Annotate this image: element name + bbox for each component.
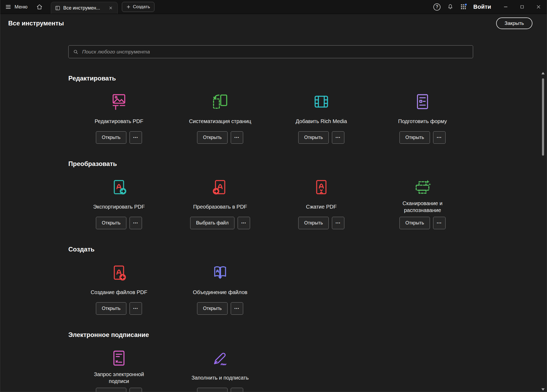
help-button[interactable]: ?: [430, 0, 444, 14]
tool-actions: Открыть •••: [197, 131, 243, 144]
hamburger-icon: [5, 4, 11, 10]
open-button[interactable]: Открыть: [96, 131, 126, 144]
create-pdf-icon: [110, 263, 128, 282]
scroll-up-arrow-icon[interactable]: [541, 72, 545, 74]
maximize-icon: [520, 4, 524, 9]
choose-file-button[interactable]: Выбрать файл: [190, 217, 234, 229]
open-button[interactable]: Открыть: [298, 131, 329, 144]
content: Редактировать Редактировать PDF Открыть: [68, 45, 473, 392]
search-input[interactable]: [82, 49, 469, 55]
app-grid-icon: [460, 3, 467, 10]
more-options-button[interactable]: •••: [130, 217, 142, 229]
search-icon: [73, 49, 79, 55]
create-button[interactable]: Создать: [122, 2, 155, 12]
convert-to-pdf-icon: [211, 178, 229, 197]
ellipsis-icon: •••: [336, 136, 341, 139]
open-button[interactable]: Открыть: [399, 131, 430, 144]
tool-actions: Открыть •••: [96, 388, 142, 392]
tool-label: Сжатие PDF: [306, 199, 337, 214]
open-button[interactable]: Открыть: [399, 217, 430, 229]
tool-label: Сканирование и распознавание: [388, 199, 457, 214]
organize-pages-icon: [211, 92, 229, 111]
home-button[interactable]: [32, 0, 47, 14]
maximize-button[interactable]: [514, 0, 530, 14]
section-edit: Редактировать Редактировать PDF Открыть: [68, 75, 473, 144]
open-button[interactable]: Открыть: [96, 302, 126, 315]
apps-button[interactable]: [457, 0, 470, 14]
more-options-button[interactable]: •••: [231, 131, 243, 144]
tool-card: Подготовить форму Открыть •••: [372, 92, 473, 144]
tool-grid: Редактировать PDF Открыть •••: [68, 92, 473, 144]
more-options-button[interactable]: •••: [130, 388, 142, 392]
ellipsis-icon: •••: [241, 221, 246, 225]
combine-files-icon: [211, 263, 229, 282]
tab-close-icon[interactable]: [108, 5, 114, 11]
section-title: Преобразовать: [68, 160, 473, 168]
minimize-icon: [503, 4, 508, 10]
tab-all-tools[interactable]: Все инструмен...: [51, 2, 118, 14]
more-options-button[interactable]: •••: [332, 217, 344, 229]
request-signature-icon: [110, 349, 128, 368]
help-icon: ?: [433, 3, 441, 11]
menu-label: Меню: [15, 4, 28, 10]
tool-label: Преобразовать в PDF: [193, 199, 247, 214]
more-options-button[interactable]: •••: [231, 388, 243, 392]
add-rich-media-icon: [312, 92, 331, 111]
section-create: Создать Создание файлов PDF: [68, 246, 473, 315]
scrollbar-thumb[interactable]: [542, 78, 544, 156]
close-icon: [536, 4, 541, 9]
close-window-button[interactable]: [530, 0, 547, 14]
all-tools-tab-icon: [55, 5, 60, 11]
tool-card: Создание файлов PDF Открыть •••: [68, 263, 170, 315]
prepare-form-icon: [413, 92, 432, 111]
open-button[interactable]: Открыть: [96, 217, 126, 229]
compress-pdf-icon: [312, 178, 331, 197]
app-window: Меню Все инструмен...: [0, 0, 547, 392]
ellipsis-icon: •••: [133, 221, 138, 225]
scroll-down-arrow-icon[interactable]: [541, 388, 545, 391]
ellipsis-icon: •••: [437, 221, 442, 225]
more-options-button[interactable]: •••: [332, 131, 344, 144]
tab-title: Все инструмен...: [63, 5, 105, 11]
tool-actions: Открыть •••: [197, 388, 243, 392]
more-options-button[interactable]: •••: [238, 217, 250, 229]
bell-icon: [447, 3, 454, 10]
tool-actions: Открыть •••: [399, 217, 446, 229]
open-button[interactable]: Открыть: [197, 388, 228, 392]
more-options-button[interactable]: •••: [433, 131, 446, 144]
more-options-button[interactable]: •••: [433, 217, 446, 229]
vertical-scrollbar[interactable]: [541, 72, 545, 391]
tool-label: Создание файлов PDF: [91, 285, 147, 300]
more-options-button[interactable]: •••: [231, 302, 243, 315]
plus-icon: [126, 5, 131, 9]
tool-actions: Открыть •••: [197, 302, 243, 315]
tool-card: Заполнить и подписать Открыть •••: [170, 349, 271, 392]
tool-card: Редактировать PDF Открыть •••: [68, 92, 170, 144]
more-options-button[interactable]: •••: [130, 131, 142, 144]
tool-label: Заполнить и подписать: [192, 370, 249, 385]
notifications-button[interactable]: [444, 0, 457, 14]
tool-card: Сканирование и распознавание Открыть •••: [372, 178, 473, 229]
tool-grid: Экспортировать PDF Открыть •••: [68, 178, 473, 229]
sign-in-button[interactable]: Войти: [473, 3, 491, 10]
minimize-button[interactable]: [497, 0, 514, 14]
close-all-tools-button[interactable]: Закрыть: [496, 17, 532, 29]
tool-actions: Открыть •••: [96, 131, 142, 144]
tool-label: Систематизация страниц: [189, 114, 251, 129]
tool-actions: Открыть •••: [399, 131, 446, 144]
ellipsis-icon: •••: [234, 136, 239, 139]
section-title: Электронное подписание: [68, 331, 473, 339]
page-header: Все инструменты Закрыть: [0, 14, 547, 32]
open-button[interactable]: Открыть: [197, 302, 228, 315]
tool-grid: Запрос электронной подписи Открыть •••: [68, 349, 473, 392]
ellipsis-icon: •••: [336, 221, 341, 225]
home-icon: [36, 3, 43, 10]
open-button[interactable]: Открыть: [298, 217, 329, 229]
more-options-button[interactable]: •••: [130, 302, 142, 315]
menu-button[interactable]: Меню: [0, 0, 32, 14]
tool-label: Объединение файлов: [193, 285, 247, 300]
open-button[interactable]: Открыть: [96, 388, 126, 392]
open-button[interactable]: Открыть: [197, 131, 228, 144]
tool-actions: Открыть •••: [96, 217, 142, 229]
section-title: Редактировать: [68, 75, 473, 82]
